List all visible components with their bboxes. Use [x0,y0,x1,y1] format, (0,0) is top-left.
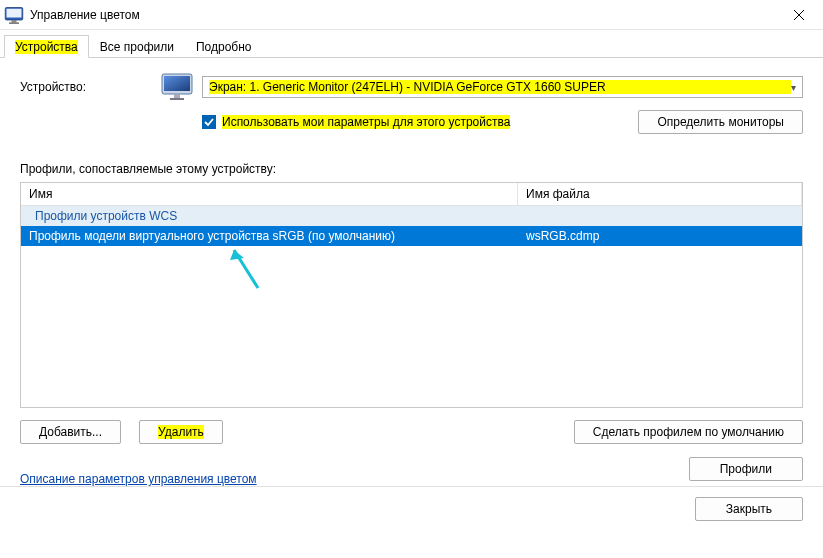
close-button[interactable] [779,0,819,30]
column-header-name[interactable]: Имя [21,183,518,205]
use-my-settings-row: Использовать мои параметры для этого уст… [202,115,510,129]
profile-name-cell: Профиль модели виртуального устройства s… [21,226,518,246]
column-header-file[interactable]: Имя файла [518,183,802,205]
profile-file-cell: wsRGB.cdmp [518,226,802,246]
tab-all-profiles[interactable]: Все профили [89,35,185,58]
svg-rect-8 [164,76,190,91]
device-selected-text: Экран: 1. Generic Monitor (247ELH) - NVI… [209,80,791,94]
bottom-section: Описание параметров управления цветом Пр… [0,452,823,486]
profiles-section-label: Профили, сопоставляемые этому устройству… [20,162,803,176]
profile-group-header[interactable]: Профили устройств WCS [21,206,802,226]
settings-row: Использовать мои параметры для этого уст… [20,110,803,134]
table-header: Имя Имя файла [21,183,802,206]
add-button[interactable]: Добавить... [20,420,121,444]
close-icon [794,10,804,20]
description-link[interactable]: Описание параметров управления цветом [20,472,257,486]
profiles-table: Имя Имя файла Профили устройств WCS Проф… [20,182,803,408]
table-actions-row: Добавить... Удалить Сделать профилем по … [20,420,803,444]
identify-monitors-button[interactable]: Определить мониторы [638,110,803,134]
window-title: Управление цветом [30,8,779,22]
titlebar: Управление цветом [0,0,823,30]
svg-rect-2 [12,20,17,23]
tab-bar: Устройства Все профили Подробно [0,34,823,58]
svg-rect-3 [9,22,19,23]
footer: Закрыть [0,486,823,531]
close-dialog-button[interactable]: Закрыть [695,497,803,521]
delete-button[interactable]: Удалить [139,420,223,444]
profiles-button[interactable]: Профили [689,457,803,481]
svg-rect-10 [170,98,184,100]
svg-rect-9 [174,94,180,98]
table-row[interactable]: Профиль модели виртуального устройства s… [21,226,802,246]
app-icon [4,5,24,25]
device-dropdown[interactable]: Экран: 1. Generic Monitor (247ELH) - NVI… [202,76,803,98]
tab-devices[interactable]: Устройства [4,35,89,58]
chevron-down-icon: ▾ [791,82,796,93]
svg-rect-1 [7,8,22,17]
content-area: Устройство: Экран: 1. Generic Monitor (2… [0,58,823,452]
tab-details[interactable]: Подробно [185,35,263,58]
device-row: Устройство: Экран: 1. Generic Monitor (2… [20,72,803,102]
device-label: Устройство: [20,80,160,94]
set-default-button[interactable]: Сделать профилем по умолчанию [574,420,803,444]
monitor-icon [160,72,196,102]
check-icon [204,117,214,127]
use-my-settings-checkbox[interactable] [202,115,216,129]
use-my-settings-label: Использовать мои параметры для этого уст… [222,115,510,129]
